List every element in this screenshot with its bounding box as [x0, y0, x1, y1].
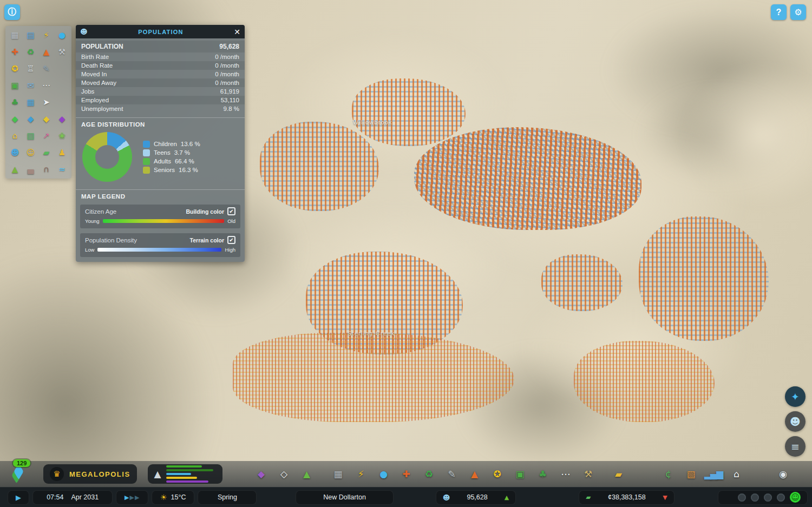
- journal-button[interactable]: ≡: [785, 436, 806, 457]
- transportation-tool-icon[interactable]: ▣: [512, 466, 528, 482]
- legend-toggle-label: Building color: [186, 208, 224, 215]
- money-infoview-icon[interactable]: ▰: [38, 146, 54, 159]
- gradient-bar: [103, 219, 225, 223]
- stat-value: 95,628: [219, 43, 239, 50]
- agriculture-infoview-icon[interactable]: ❀: [54, 129, 70, 142]
- notification-icon-dim[interactable]: [738, 493, 746, 502]
- parks-recreation-tool-icon[interactable]: ♣: [534, 466, 551, 482]
- stat-label: Jobs: [81, 88, 94, 95]
- population-panel-title: POPULATION: [88, 29, 234, 35]
- citizens-button[interactable]: ☻: [785, 411, 806, 432]
- notification-icon-dim[interactable]: [751, 493, 759, 502]
- healthcare-tool-icon[interactable]: ✚: [398, 466, 414, 482]
- tourism-infoview-icon[interactable]: ▧: [23, 129, 38, 142]
- city-progress-button[interactable]: ▲: [148, 464, 222, 484]
- close-icon[interactable]: ✕: [234, 28, 240, 36]
- bulldozer-tool-icon[interactable]: ▰: [610, 466, 626, 482]
- education-tool-icon[interactable]: ✎: [443, 466, 460, 482]
- fire-rescue-tool-icon[interactable]: ▲: [466, 466, 482, 482]
- legend-row-label: Population Density: [85, 237, 190, 243]
- districts-tool-icon[interactable]: ◇: [276, 466, 292, 482]
- legend-toggle-label: Terrain color: [190, 237, 224, 243]
- electricity-tool-icon[interactable]: ⚡: [352, 466, 369, 482]
- help-button[interactable]: ?: [771, 4, 787, 20]
- gradient-min-label: Low: [85, 247, 94, 253]
- milestones-icon[interactable]: ⌂: [728, 466, 744, 482]
- office-zoning-icon[interactable]: ◆: [38, 113, 54, 126]
- map-legend-row: Citizen Age Building color ✔ Young Old: [80, 205, 240, 228]
- chirper-button[interactable]: ✦: [785, 386, 806, 407]
- stat-row: Moved In 0 /month: [76, 70, 245, 78]
- population-display[interactable]: ☻ 95,628 ▲: [436, 490, 516, 505]
- roads-infoview-icon[interactable]: ▦: [7, 29, 23, 42]
- water-infoview-icon[interactable]: ●: [54, 29, 70, 42]
- gradient-max-label: Old: [227, 218, 235, 224]
- milestone-button[interactable]: ♛ MEGALOPOLIS: [43, 464, 137, 484]
- zones-tool-icon[interactable]: ◆: [253, 466, 269, 482]
- noise-pollution-infoview-icon[interactable]: ∩: [38, 163, 54, 176]
- photo-mode-icon[interactable]: ◉: [775, 466, 791, 482]
- trends-infoview-icon[interactable]: ↗: [38, 129, 54, 142]
- settings-gear-button[interactable]: ⚙: [790, 4, 806, 20]
- water-sewage-tool-icon[interactable]: ●: [375, 466, 391, 482]
- electricity-infoview-icon[interactable]: ⚡: [38, 29, 54, 42]
- notification-tray[interactable]: ☺: [718, 490, 808, 505]
- notification-icon-dim[interactable]: [764, 493, 772, 502]
- spacer: [54, 79, 70, 92]
- population-panel-icon: ☻: [80, 28, 88, 36]
- time-date-display[interactable]: 07:54 Apr 2031: [32, 490, 113, 505]
- weather-display[interactable]: ☀ 15°C: [152, 490, 194, 505]
- garbage-tool-icon[interactable]: ♻: [421, 466, 437, 482]
- police-infoview-icon[interactable]: ✪: [7, 62, 23, 75]
- city-name-display[interactable]: New Dollarton: [296, 490, 393, 505]
- communications-tool-icon[interactable]: ⋯: [557, 466, 573, 482]
- administration-infoview-icon[interactable]: ♖: [23, 62, 38, 75]
- welfare-infoview-icon[interactable]: ▦: [23, 96, 38, 109]
- xp-level-button[interactable]: 129: [9, 463, 32, 485]
- play-pause-button[interactable]: ▶: [8, 490, 29, 505]
- water-flow-infoview-icon[interactable]: ≈: [54, 163, 70, 176]
- economy-button-icon[interactable]: ¢: [660, 466, 676, 482]
- clock-time: 07:54: [47, 493, 63, 501]
- infoviews-button[interactable]: ⓘ: [4, 4, 20, 20]
- fertile-land-infoview-icon[interactable]: ▄: [23, 163, 38, 176]
- sim-speed-control[interactable]: ▶ ▶▶: [116, 490, 148, 505]
- district-label: Willowbrook: [353, 119, 392, 126]
- terrain-infoview-icon[interactable]: ▲: [7, 163, 23, 176]
- roads-tool-icon[interactable]: ▦: [330, 466, 346, 482]
- age-donut-chart: [82, 132, 132, 182]
- landscaping-tool-icon[interactable]: ▲: [298, 466, 315, 482]
- police-tool-icon[interactable]: ✪: [489, 466, 505, 482]
- industrial-zoning-icon[interactable]: ◆: [54, 113, 70, 126]
- healthcare-infoview-icon[interactable]: ✚: [7, 45, 23, 58]
- mail-infoview-icon[interactable]: ✉: [23, 79, 38, 92]
- happiness-indicator-icon[interactable]: ☺: [790, 492, 801, 503]
- legend-checkbox[interactable]: ✔: [227, 207, 235, 215]
- workplaces-infoview-icon[interactable]: ♟: [54, 146, 70, 159]
- communications-infoview-icon[interactable]: ⋯: [38, 79, 54, 92]
- routes-infoview-icon[interactable]: ➤: [38, 96, 54, 109]
- population-infoview-icon[interactable]: ☻: [7, 146, 23, 159]
- parks-infoview-icon[interactable]: ♣: [7, 96, 23, 109]
- progress-bars: [166, 464, 216, 484]
- speed-arrow-active: ▶: [125, 494, 129, 501]
- happiness-infoview-icon[interactable]: ☺: [23, 146, 38, 159]
- statistics-icon[interactable]: ▂▄▆: [705, 466, 722, 482]
- fire-rescue-infoview-icon[interactable]: ▲: [38, 45, 54, 58]
- temperature-value: 15°C: [171, 493, 186, 501]
- city-information-icon[interactable]: ▧: [683, 466, 699, 482]
- maintenance-infoview-icon[interactable]: ⚒: [54, 45, 70, 58]
- speed-arrows-dim: ▶▶: [130, 494, 140, 501]
- season-display[interactable]: Spring: [198, 490, 257, 505]
- terraforming-tool-icon[interactable]: ⚒: [580, 466, 596, 482]
- land-value-infoview-icon[interactable]: ⌂: [7, 129, 23, 142]
- garbage-infoview-icon[interactable]: ♻: [23, 45, 38, 58]
- money-display[interactable]: ▰ ¢38,383,158 ▼: [579, 490, 674, 505]
- education-infoview-icon[interactable]: ✎: [38, 62, 54, 75]
- transportation-infoview-icon[interactable]: ▣: [7, 79, 23, 92]
- notification-icon-dim[interactable]: [777, 493, 785, 502]
- legend-checkbox[interactable]: ✔: [227, 236, 235, 244]
- power-lines-infoview-icon[interactable]: ▤: [23, 29, 38, 42]
- commercial-zoning-icon[interactable]: ◆: [23, 113, 38, 126]
- residential-zoning-icon[interactable]: ◆: [7, 113, 23, 126]
